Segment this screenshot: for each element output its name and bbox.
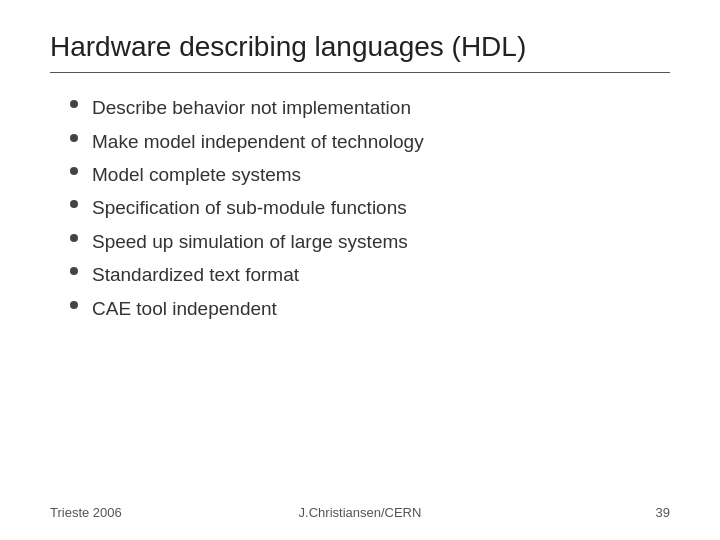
footer: Trieste 2006 J.Christiansen/CERN 39	[50, 505, 670, 520]
bullet-text: CAE tool independent	[92, 294, 670, 323]
list-item: CAE tool independent	[70, 294, 670, 323]
bullet-list: Describe behavior not implementationMake…	[70, 93, 670, 323]
bullet-dot-icon	[70, 301, 78, 309]
bullet-dot-icon	[70, 234, 78, 242]
footer-right: 39	[656, 505, 670, 520]
list-item: Speed up simulation of large systems	[70, 227, 670, 256]
bullet-dot-icon	[70, 167, 78, 175]
footer-left: Trieste 2006	[50, 505, 122, 520]
title-divider	[50, 72, 670, 74]
slide-title: Hardware describing languages (HDL)	[50, 30, 670, 64]
list-item: Specification of sub-module functions	[70, 193, 670, 222]
list-item: Model complete systems	[70, 160, 670, 189]
bullet-text: Standardized text format	[92, 260, 670, 289]
bullet-dot-icon	[70, 134, 78, 142]
bullet-text: Describe behavior not implementation	[92, 93, 670, 122]
bullet-text: Speed up simulation of large systems	[92, 227, 670, 256]
bullet-text: Specification of sub-module functions	[92, 193, 670, 222]
slide: Hardware describing languages (HDL) Desc…	[0, 0, 720, 540]
list-item: Describe behavior not implementation	[70, 93, 670, 122]
bullet-text: Make model independent of technology	[92, 127, 670, 156]
list-item: Make model independent of technology	[70, 127, 670, 156]
list-item: Standardized text format	[70, 260, 670, 289]
bullet-dot-icon	[70, 100, 78, 108]
footer-center: J.Christiansen/CERN	[299, 505, 422, 520]
title-section: Hardware describing languages (HDL)	[50, 30, 670, 73]
bullet-dot-icon	[70, 200, 78, 208]
bullet-dot-icon	[70, 267, 78, 275]
bullet-text: Model complete systems	[92, 160, 670, 189]
